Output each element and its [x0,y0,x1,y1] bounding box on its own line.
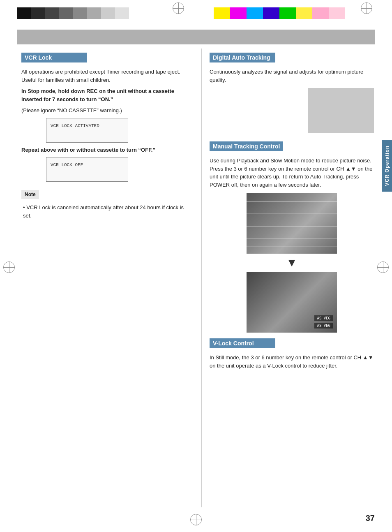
vcr-lock-title: VCR Lock [21,53,87,62]
v-lock-para1: In Still mode, the 3 or 6 number key on … [210,354,374,370]
digital-auto-tracking-para1: Continuously analyzes the signal and adj… [210,68,374,84]
vcr-lock-screen1: VCR LOCK ACTIVATED [46,118,128,143]
v-lock-title: V-Lock Control [210,338,275,348]
reg-mark-right [377,261,389,273]
note-label: Note [21,190,39,199]
v-lock-section: V-Lock Control In Still mode, the 3 or 6… [210,338,374,370]
digital-auto-tracking-title: Digital Auto Tracking [210,53,275,62]
vcr-lock-section: VCR Lock All operations are prohibited e… [21,53,186,220]
vcr-lock-para2: (Please ignore “NO CASSETTE” warning.) [21,106,186,115]
tracking-images: ▼ AS VEG AS VEG [247,193,337,333]
arrow-down-icon: ▼ [247,256,337,269]
reg-mark-left [3,261,15,273]
digital-tracking-image [308,88,374,133]
sidebar-vcr-operation-label: VCR Operation [382,140,392,192]
note-text: • VCR Lock is canceled automatically aft… [23,204,186,220]
page-number: 37 [366,513,375,523]
manual-tracking-title: Manual Tracking Control [210,141,283,151]
vcr-lock-para1: All operations are prohibited except Tim… [21,68,186,84]
color-bar-left [17,7,132,19]
tracking-image-before [247,193,337,254]
reg-mark-top-left [173,2,187,16]
tracking-image-after: AS VEG AS VEG [247,272,337,333]
manual-tracking-section: Manual Tracking Control Use during Playb… [210,141,374,333]
left-column: VCR Lock All operations are prohibited e… [17,49,194,507]
vcr-lock-screen2: VCR LOCK OFF [46,157,128,182]
digital-auto-tracking-section: Digital Auto Tracking Continuously analy… [210,53,374,133]
vcr-lock-bold2: Repeat above with or without cassette to… [21,146,186,154]
color-bar-right [214,7,357,19]
reg-mark-top-right [361,2,375,16]
manual-tracking-para1: Use during Playback and Slow Motion mode… [210,157,374,189]
reg-mark-bottom [190,514,202,525]
right-column: Digital Auto Tracking Continuously analy… [201,49,378,507]
header-bar [17,30,375,44]
vcr-lock-bold1: In Stop mode, hold down REC on the unit … [21,87,186,103]
